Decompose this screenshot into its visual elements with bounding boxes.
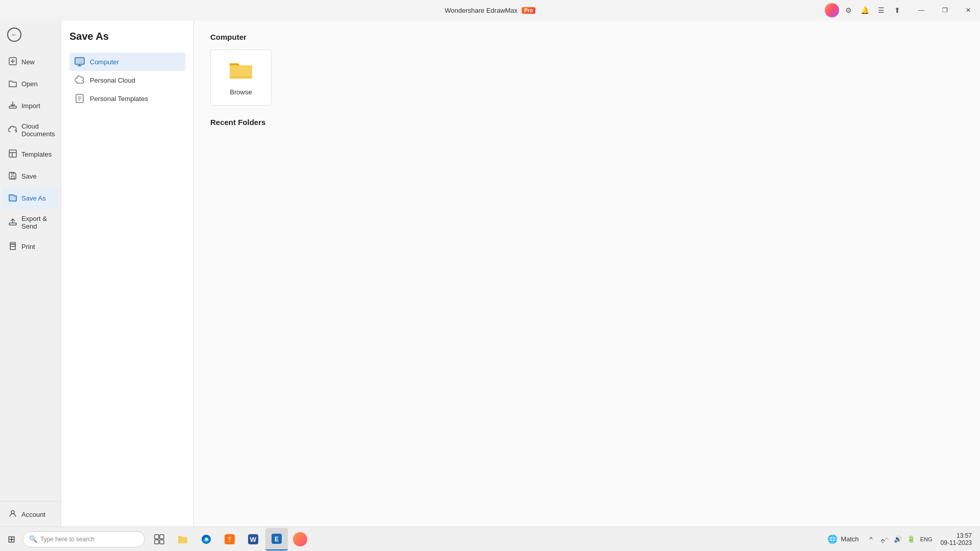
sidebar-item-templates[interactable]: Templates (2, 144, 59, 165)
import-icon (8, 101, 17, 111)
main-content: Computer Browse Recent Folders (194, 20, 980, 551)
sidebar-item-account-label: Account (21, 511, 45, 518)
sidebar-item-print[interactable]: Print (2, 236, 59, 257)
sidebar-item-import[interactable]: Import (2, 95, 59, 116)
taskbar-right: 🌐 Match ^ 🔊 🔋 ENG 13:57 09-11-2023 (823, 532, 980, 546)
personal-templates-icon (75, 93, 85, 104)
panel-option-personal-templates-label: Personal Templates (90, 95, 148, 103)
svg-point-14 (15, 245, 16, 246)
sidebar-item-account[interactable]: Account (2, 504, 59, 525)
tray-volume[interactable]: 🔊 (892, 533, 904, 545)
sidebar-item-print-label: Print (21, 243, 35, 251)
export-icon (8, 217, 17, 228)
panel-title: Save As (69, 31, 185, 42)
settings-icon[interactable]: ⚙ (841, 3, 855, 17)
sidebar: ← New Open Import Cloud (0, 20, 61, 551)
panel-option-personal-cloud-label: Personal Cloud (90, 77, 135, 84)
taskbar-app-4[interactable]: T (218, 528, 241, 550)
sidebar-item-export[interactable]: Export & Send (2, 210, 59, 235)
sidebar-item-save-label: Save (21, 172, 37, 180)
share-icon[interactable]: ⬆ (890, 3, 904, 17)
menu-icon[interactable]: ☰ (874, 3, 888, 17)
panel-option-personal-templates[interactable]: Personal Templates (69, 89, 185, 108)
title-bar: Wondershare EdrawMax Pro ⚙ 🔔 ☰ ⬆ — ❐ ✕ (0, 0, 980, 20)
open-icon (8, 79, 17, 89)
recent-folders-title: Recent Folders (210, 118, 964, 127)
svg-point-15 (11, 511, 14, 514)
search-icon: 🔍 (29, 535, 37, 543)
svg-text:E: E (275, 536, 279, 543)
close-button[interactable]: ✕ (957, 0, 980, 20)
browse-label: Browse (230, 88, 252, 96)
templates-icon (8, 149, 17, 160)
tray-network[interactable] (878, 533, 891, 545)
sidebar-item-templates-label: Templates (21, 151, 52, 158)
pro-badge: Pro (522, 7, 535, 14)
sidebar-item-save[interactable]: Save (2, 166, 59, 187)
taskbar-clock[interactable]: 13:57 09-11-2023 (937, 532, 976, 546)
svg-text:W: W (250, 536, 257, 543)
match-icon: 🌐 (827, 534, 838, 544)
minimize-button[interactable]: — (910, 0, 933, 20)
save-icon (8, 171, 17, 182)
browse-card[interactable]: Browse (210, 49, 272, 106)
svg-rect-8 (11, 176, 14, 179)
title-bar-icons: ⚙ 🔔 ☰ ⬆ (825, 0, 909, 20)
account-icon (8, 509, 17, 520)
sidebar-item-cloud[interactable]: Cloud Documents (2, 117, 59, 143)
svg-rect-25 (155, 535, 159, 539)
panel-option-personal-cloud[interactable]: Personal Cloud (69, 71, 185, 89)
taskbar-app-taskview[interactable] (148, 528, 170, 550)
back-icon: ← (7, 28, 21, 42)
taskbar-avatar-app[interactable] (289, 528, 311, 550)
tray-battery[interactable]: 🔋 (905, 533, 917, 545)
sidebar-item-open[interactable]: Open (2, 73, 59, 94)
tray-language[interactable]: ENG (918, 533, 935, 545)
sidebar-item-saveas-label: Save As (21, 194, 46, 202)
computer-icon (75, 57, 85, 67)
svg-rect-27 (155, 540, 159, 544)
print-icon (8, 241, 17, 252)
taskbar-date: 09-11-2023 (941, 539, 972, 546)
svg-rect-9 (11, 172, 14, 174)
sidebar-item-export-label: Export & Send (21, 215, 53, 230)
taskbar-time: 13:57 (957, 532, 972, 539)
svg-rect-12 (10, 246, 15, 249)
nav-items: New Open Import Cloud Documents (0, 49, 61, 501)
panel-option-computer-label: Computer (90, 58, 119, 66)
user-avatar[interactable] (825, 3, 839, 17)
taskbar-app-explorer[interactable] (172, 528, 194, 550)
sidebar-item-saveas[interactable]: Save As (2, 188, 59, 209)
personal-cloud-icon (75, 75, 85, 85)
svg-text:T: T (228, 536, 232, 543)
panel-option-computer[interactable]: Computer (69, 53, 185, 71)
svg-rect-10 (9, 223, 16, 225)
taskbar-tray: ^ 🔊 🔋 ENG (865, 533, 935, 545)
svg-rect-28 (160, 540, 164, 544)
app-title: Wondershare EdrawMax (445, 7, 518, 14)
taskbar-match[interactable]: 🌐 Match (823, 534, 863, 544)
restore-button[interactable]: ❐ (933, 0, 957, 20)
svg-rect-5 (9, 150, 16, 157)
saveas-panel: Save As Computer Personal Cloud Personal… (61, 20, 194, 551)
search-placeholder: Type here to search (40, 536, 94, 543)
taskbar-search[interactable]: 🔍 Type here to search (22, 531, 145, 547)
svg-rect-26 (160, 535, 164, 539)
match-label: Match (841, 535, 859, 543)
sidebar-item-cloud-label: Cloud Documents (21, 122, 55, 138)
taskbar: ⊞ 🔍 Type here to search T W E (0, 527, 980, 551)
taskbar-app-edge[interactable] (195, 528, 217, 550)
folder-icon (229, 59, 253, 84)
bell-icon[interactable]: 🔔 (857, 3, 872, 17)
taskbar-app-word[interactable]: W (242, 528, 264, 550)
taskbar-apps: T W E (148, 528, 823, 550)
sidebar-item-new[interactable]: New (2, 52, 59, 72)
back-button[interactable]: ← (4, 24, 24, 45)
sidebar-item-import-label: Import (21, 102, 40, 110)
tray-expand[interactable]: ^ (865, 533, 877, 545)
taskbar-app-edraw[interactable]: E (265, 528, 288, 550)
main-section-title: Computer (210, 33, 964, 41)
new-icon (8, 57, 17, 67)
start-button[interactable]: ⊞ (0, 527, 22, 552)
app-title-group: Wondershare EdrawMax Pro (445, 7, 535, 14)
